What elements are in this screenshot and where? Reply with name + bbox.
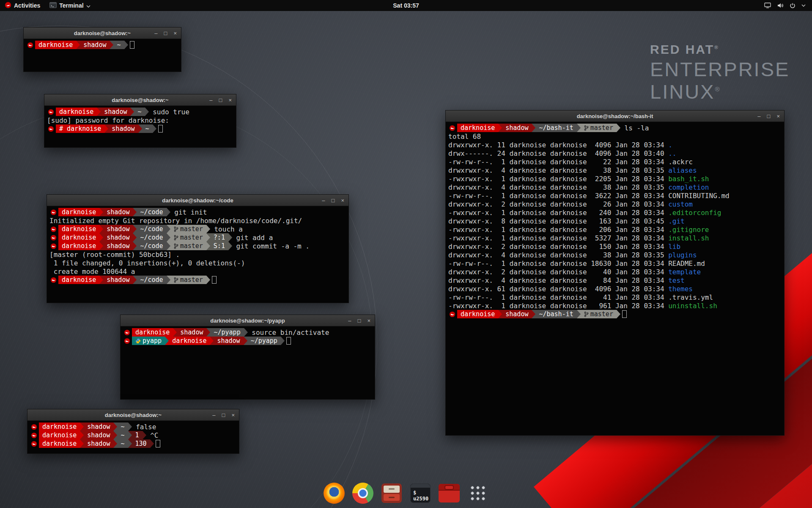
- dock-icon-files[interactable]: [380, 482, 403, 505]
- rhel-branding: RED HAT® ENTERPRISE LINUX®: [650, 42, 790, 102]
- segment-separator-arrow: [210, 337, 214, 345]
- terminal-text: ..: [668, 149, 676, 157]
- dock-icon-toolbox[interactable]: [438, 482, 461, 505]
- maximize-button[interactable]: □: [358, 318, 361, 323]
- segment-separator: [617, 310, 620, 318]
- titlebar[interactable]: darknoise@shadow:~ – □ ×: [27, 409, 239, 421]
- titlebar[interactable]: darknoise@shadow:~/bash-it – □ ×: [446, 110, 784, 122]
- terminal-text: git add a: [232, 234, 273, 242]
- terminal-text: .editorconfig: [668, 209, 721, 217]
- dock-icon-chrome[interactable]: [351, 482, 374, 505]
- dock-icon-app-grid[interactable]: [466, 482, 489, 505]
- prompt-segment-user: darknoise: [58, 242, 99, 250]
- display-icon[interactable]: [761, 0, 774, 11]
- minimize-button[interactable]: –: [322, 198, 325, 203]
- segment-separator: [99, 225, 103, 233]
- terminal-content[interactable]: darknoiseshadow~ sudo true[sudo] passwor…: [44, 106, 236, 135]
- segment-separator: [206, 276, 210, 284]
- prompt-segment-scm: master: [170, 233, 206, 242]
- terminal-line: darknoiseshadow~/pyapp source bin/activa…: [123, 328, 374, 337]
- terminal-line: drwxrwxr-x. 4 darknoise darknoise 38 Jan…: [448, 166, 783, 174]
- prompt-segment-path: ~/code: [137, 276, 166, 284]
- terminal-text: -rw-rw-r--. 1 darknoise darknoise 22 Jan…: [448, 158, 668, 166]
- minimize-button[interactable]: –: [209, 97, 212, 103]
- segment-separator: [167, 242, 170, 250]
- prompt-segment-path: ~/bash-it: [535, 310, 576, 318]
- prompt-segment-scm: master: [170, 242, 206, 250]
- terminal-text: [master (root-commit) 50bcb63] .: [49, 251, 180, 259]
- prompt-segment-host: shadow: [103, 225, 133, 233]
- terminal-text: .ackrc: [668, 158, 693, 166]
- terminal-line: drwxrwxr-x. 11 darknoise darknoise 4096 …: [448, 141, 783, 149]
- app-menu-terminal[interactable]: Terminal: [45, 0, 95, 11]
- segment-separator-arrow: [206, 242, 210, 250]
- minimize-button[interactable]: –: [154, 30, 157, 36]
- prompt-segment-user: darknoise: [457, 124, 498, 132]
- titlebar[interactable]: darknoise@shadow:~ – □ ×: [44, 94, 236, 106]
- segment-separator: [228, 242, 232, 250]
- terminal-content[interactable]: darknoiseshadow~/bash-itmaster ls -latot…: [446, 122, 784, 320]
- terminal-text: drwxrwxr-x. 4 darknoise darknoise 84 Jan…: [448, 276, 668, 284]
- close-button[interactable]: ×: [228, 97, 232, 103]
- terminal-text: plugins: [668, 251, 697, 259]
- maximize-button[interactable]: □: [767, 113, 771, 119]
- redhat-prompt-icon: [124, 338, 130, 344]
- maximize-button[interactable]: □: [222, 412, 225, 418]
- segment-separator-arrow: [110, 41, 113, 49]
- segment-separator-arrow: [167, 276, 170, 284]
- segment-separator-arrow: [577, 310, 581, 318]
- maximize-button[interactable]: □: [219, 97, 222, 103]
- minimize-button[interactable]: –: [348, 318, 351, 323]
- prompt-segment-host: shadow: [101, 108, 130, 116]
- close-button[interactable]: ×: [776, 113, 780, 119]
- prompt-segment-venv: pyapp: [132, 337, 165, 345]
- volume-icon[interactable]: [774, 0, 787, 11]
- close-button[interactable]: ×: [367, 318, 370, 323]
- app-menu-label: Terminal: [59, 2, 83, 9]
- firefox-icon: [324, 483, 345, 504]
- terminal-line: darknoiseshadow~/codemaster touch a: [49, 225, 348, 233]
- clock[interactable]: Sat 03:57: [393, 2, 419, 9]
- segment-separator-arrow: [130, 108, 134, 116]
- terminal-text: sudo true: [149, 108, 189, 116]
- terminal-text: template: [668, 268, 701, 276]
- maximize-button[interactable]: □: [164, 30, 167, 36]
- terminal-content[interactable]: darknoiseshadow~ falsedarknoiseshadow~1 …: [27, 421, 239, 450]
- segment-separator: [113, 439, 117, 448]
- segment-separator-arrow: [153, 124, 156, 133]
- titlebar[interactable]: darknoise@shadow:~ – □ ×: [24, 28, 181, 39]
- terminal-text: install.sh: [668, 234, 709, 242]
- titlebar[interactable]: darknoise@shadow:~/code – □ ×: [47, 195, 348, 206]
- close-button[interactable]: ×: [341, 198, 344, 203]
- registered-mark: ®: [715, 86, 721, 93]
- segment-separator: [577, 124, 581, 132]
- terminal-text: bash_it.sh: [668, 175, 709, 183]
- power-icon[interactable]: [787, 0, 798, 11]
- terminal-text: drwxrwxr-x. 2 darknoise darknoise 150 Ja…: [448, 243, 668, 251]
- prompt-segment-scm: master: [581, 124, 617, 132]
- prompt-segment-user: darknoise: [457, 310, 498, 318]
- prompt-segment-host: shadow: [103, 276, 133, 284]
- minimize-button[interactable]: –: [212, 412, 215, 418]
- minimize-button[interactable]: –: [757, 113, 760, 119]
- terminal-text: [sudo] password for darknoise:: [47, 116, 169, 124]
- segment-separator-arrow: [133, 276, 137, 284]
- chevron-down-icon[interactable]: [798, 0, 809, 11]
- terminal-text: lib: [668, 243, 680, 251]
- terminal-content[interactable]: darknoiseshadow~/pyapp source bin/activa…: [121, 326, 375, 347]
- close-button[interactable]: ×: [173, 30, 177, 36]
- dock-icon-terminal[interactable]: [409, 482, 432, 505]
- maximize-button[interactable]: □: [332, 198, 335, 203]
- segment-separator-arrow: [244, 328, 248, 337]
- terminal-line: Initialized empty Git repository in /hom…: [49, 216, 348, 225]
- segment-separator: [133, 225, 137, 233]
- dock-icon-firefox[interactable]: [323, 482, 346, 505]
- terminal-content[interactable]: darknoiseshadow~: [24, 39, 181, 51]
- terminal-text: uninstall.sh: [668, 302, 717, 310]
- segment-separator-arrow: [617, 310, 620, 318]
- titlebar[interactable]: darknoise@shadow:~/pyapp – □ ×: [121, 315, 375, 326]
- close-button[interactable]: ×: [231, 412, 235, 418]
- activities-button[interactable]: Activities: [0, 0, 45, 11]
- terminal-line: darknoiseshadow~1 ^C: [30, 431, 238, 439]
- terminal-content[interactable]: darknoiseshadow~/code git initInitialize…: [47, 206, 348, 286]
